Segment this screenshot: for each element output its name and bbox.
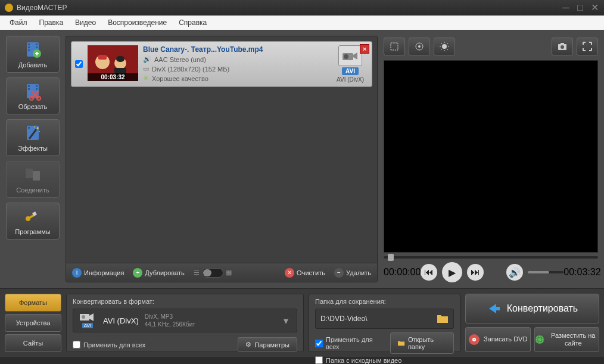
app-title: ВидеоМАСТЕР (17, 4, 561, 12)
menu-help[interactable]: Справка (174, 17, 211, 29)
svg-line-41 (441, 49, 442, 50)
clear-button[interactable]: ✕Очистить (285, 268, 325, 278)
file-checkbox[interactable] (75, 60, 83, 68)
svg-rect-9 (36, 52, 38, 55)
effects-button[interactable]: Эффекты (6, 119, 60, 156)
crop-button[interactable] (384, 38, 405, 55)
apply-all-format-checkbox[interactable] (73, 341, 80, 349)
volume-button[interactable]: 🔊 (506, 264, 523, 281)
prev-button[interactable]: ⏮ (421, 264, 437, 281)
globe-icon (535, 334, 544, 346)
format-selector[interactable]: AVI AVI (DivX) DivX, MP3 44,1 KHz, 256Кб… (73, 309, 297, 332)
apply-all-folder[interactable]: Применить для всех (315, 336, 378, 350)
clear-icon: ✕ (285, 268, 294, 278)
svg-line-40 (447, 49, 448, 50)
audio-details: 44,1 KHz, 256Кбит (145, 321, 195, 328)
folder-path-row: D:\DVD-Video\ (315, 309, 454, 329)
folder-icon (398, 340, 405, 347)
app-icon (5, 4, 13, 12)
join-icon (23, 165, 42, 184)
maximize-button[interactable]: □ (575, 4, 585, 12)
view-switch[interactable] (202, 268, 223, 278)
format-dropdown-icon[interactable]: ▾ (280, 315, 292, 326)
browse-folder-button[interactable] (437, 314, 449, 323)
burn-dvd-button[interactable]: Записать DVD (465, 327, 531, 352)
info-button[interactable]: iИнформация (72, 268, 124, 278)
svg-rect-27 (116, 56, 124, 62)
convert-format-section: Конвертировать в формат: AVI AVI (DivX) … (66, 294, 304, 352)
svg-rect-25 (98, 55, 107, 60)
volume-slider[interactable] (528, 271, 563, 273)
timeline-handle[interactable] (388, 254, 394, 261)
format-badge-small: AVI (82, 323, 93, 328)
play-button[interactable]: ▶ (442, 262, 462, 282)
svg-rect-31 (391, 43, 398, 50)
delete-button[interactable]: −Удалить (334, 268, 371, 278)
file-quality: Хорошее качество (152, 75, 208, 82)
time-total: 00:03:32 (563, 267, 600, 278)
programs-button[interactable]: Программы (6, 203, 60, 239)
video-preview[interactable] (384, 60, 598, 253)
svg-rect-21 (33, 171, 40, 181)
audio-icon: 🔊 (143, 55, 151, 63)
programs-icon (23, 207, 42, 226)
cut-button[interactable]: Обрезать (6, 77, 60, 114)
apply-all-folder-checkbox[interactable] (315, 340, 323, 347)
info-label: Информация (84, 269, 124, 276)
clear-label: Очистить (297, 269, 325, 276)
folder-title: Папка для сохранения: (315, 298, 454, 305)
format-text: AVI (342, 67, 359, 75)
svg-point-51 (535, 335, 543, 344)
upload-button[interactable]: Разместить на сайте (534, 327, 600, 352)
svg-point-34 (442, 44, 447, 49)
timeline[interactable] (384, 256, 598, 259)
tab-devices[interactable]: Устройства (5, 314, 61, 332)
next-button[interactable]: ⏭ (467, 264, 484, 281)
codec-text: AVI (DivX) (337, 76, 364, 83)
camcorder-icon (338, 45, 362, 66)
file-item[interactable]: 00:03:32 Blue Canary-. Театр...YouTube.m… (71, 41, 372, 87)
snapshot-button[interactable] (552, 38, 573, 55)
timeline-track[interactable] (384, 256, 598, 259)
svg-point-44 (561, 45, 564, 49)
minimize-button[interactable]: ─ (561, 4, 571, 12)
join-button[interactable]: Соединить (6, 161, 60, 198)
source-folder-option[interactable]: Папка с исходным видео (315, 356, 454, 364)
file-audio: AAC Stereo (und) (154, 56, 206, 63)
video-icon: ▭ (143, 65, 149, 73)
svg-point-50 (474, 339, 475, 340)
file-list-panel: 00:03:32 Blue Canary-. Театр...YouTube.m… (66, 36, 378, 282)
toggle-group[interactable]: ☰▦ (194, 268, 232, 278)
cut-label: Обрезать (18, 103, 48, 110)
dvd-icon (468, 334, 480, 346)
convert-icon (487, 301, 501, 316)
close-button[interactable]: ✕ (590, 4, 599, 12)
tab-formats[interactable]: Форматы (5, 294, 61, 312)
adjust-button[interactable] (409, 38, 430, 55)
list-toolbar: iИнформация +Дублировать ☰▦ ✕Очистить −У… (66, 263, 377, 282)
fullscreen-button[interactable] (577, 38, 598, 55)
programs-label: Программы (15, 228, 50, 235)
menu-edit[interactable]: Правка (35, 17, 69, 29)
upload-label: Разместить на сайте (548, 332, 599, 347)
source-folder-checkbox[interactable] (315, 356, 323, 364)
menu-playback[interactable]: Воспроизведение (103, 17, 172, 29)
add-icon (23, 40, 42, 59)
brightness-button[interactable] (434, 38, 455, 55)
tab-sites[interactable]: Сайты (5, 334, 61, 352)
open-folder-button[interactable]: Открыть папку (390, 332, 454, 354)
menu-file[interactable]: Файл (5, 17, 32, 29)
remove-file-button[interactable]: ✕ (360, 44, 369, 54)
params-button[interactable]: ⚙Параметры (238, 337, 297, 352)
format-name: AVI (DivX) (103, 316, 139, 325)
burn-dvd-label: Записать DVD (484, 335, 527, 343)
menubar: Файл Правка Видео Воспроизведение Справк… (0, 15, 604, 30)
svg-rect-20 (26, 169, 33, 178)
output-folder-section: Папка для сохранения: D:\DVD-Video\ Прим… (309, 294, 460, 352)
menu-video[interactable]: Видео (70, 17, 101, 29)
duplicate-button[interactable]: +Дублировать (133, 268, 184, 278)
add-button[interactable]: Добавить (6, 36, 60, 73)
apply-all-format[interactable]: Применить для всех (73, 341, 145, 349)
gear-icon: ⚙ (245, 341, 251, 349)
convert-button[interactable]: Конвертировать (465, 294, 599, 323)
